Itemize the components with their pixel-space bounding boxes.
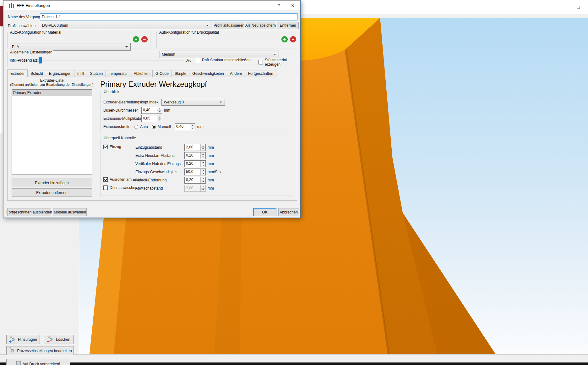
- add-process-label: Hinzufügen: [18, 337, 37, 342]
- extra-restart-distance-unit: mm: [208, 153, 214, 158]
- cancel-button[interactable]: Abbrechen: [278, 208, 299, 216]
- nozzle-diameter-spinner[interactable]: 0,40: [141, 107, 162, 114]
- extra-restart-distance-value[interactable]: 0,20: [185, 152, 200, 159]
- extrusion-width-value[interactable]: 0,40: [175, 124, 190, 130]
- status-bar: [0, 354, 588, 362]
- width-auto-radio[interactable]: [134, 125, 138, 129]
- retraction-speed-value[interactable]: 50,0: [185, 169, 200, 175]
- spinner-arrows-icon[interactable]: [190, 124, 195, 130]
- spinner-arrows-icon[interactable]: [157, 115, 162, 122]
- spinner-arrows-icon[interactable]: [200, 169, 205, 175]
- material-combobox[interactable]: PLA: [10, 43, 131, 51]
- extrusion-width-spinner[interactable]: 0,40: [175, 123, 195, 130]
- toolhead-index-combobox[interactable]: Werkzeug 0: [161, 99, 225, 106]
- infill-slider-track[interactable]: [38, 60, 182, 61]
- profile-combobox[interactable]: LW-PLA 0,8mm: [40, 22, 211, 29]
- spinner-arrows-icon[interactable]: [200, 152, 205, 159]
- close-icon[interactable]: ✕: [289, 2, 297, 9]
- retraction-distance-spinner[interactable]: 2,00: [184, 144, 206, 151]
- width-manual-radio[interactable]: [152, 125, 156, 129]
- extruder-listbox[interactable]: Primary Extruder: [12, 89, 92, 174]
- edit-process-settings-button[interactable]: ⚙⚙ Prozesseinstellungen bearbeiten: [6, 346, 74, 355]
- width-auto-label: Auto: [140, 124, 148, 129]
- tab-andere[interactable]: Andere: [227, 70, 245, 77]
- extra-restart-distance-label: Extra Neustart-Abstand: [135, 153, 182, 158]
- tab-skripte[interactable]: Skripte: [172, 70, 189, 77]
- tab-ergaenzungen[interactable]: Ergänzungen: [46, 70, 74, 77]
- toolhead-heading: Primary Extruder Werkzeugkopf: [100, 80, 207, 89]
- hide-advanced-button[interactable]: Fortgeschritten ausblenden: [7, 208, 51, 216]
- retraction-speed-label: Einzugs-Geschwindigkeit: [135, 170, 182, 174]
- tab-geschwindigkeiten[interactable]: Geschwindigkeiten: [189, 70, 227, 77]
- raft-checkbox[interactable]: [196, 58, 200, 62]
- spinner-arrows-icon[interactable]: [200, 177, 205, 183]
- retraction-distance-unit: mm: [208, 145, 214, 150]
- raft-checkbox-row: Raft-Struktur miteinschließen: [196, 58, 251, 62]
- coast-distance-unit: mm: [208, 178, 214, 182]
- ok-button[interactable]: OK: [253, 208, 276, 216]
- spinner-arrows-icon[interactable]: [200, 161, 205, 167]
- remove-material-button[interactable]: −: [141, 36, 148, 42]
- update-profile-button[interactable]: Profil aktualisieren: [214, 22, 244, 29]
- extra-restart-distance-spinner[interactable]: 0,20: [184, 152, 206, 159]
- tab-infill[interactable]: Infill: [74, 70, 87, 77]
- remove-extruder-button[interactable]: Extruder entfernen: [12, 188, 92, 197]
- add-process-button[interactable]: ⚙⚙+ Hinzufügen: [6, 335, 40, 344]
- dialog-titlebar[interactable]: FFF-Einstellungen ? ✕: [3, 0, 300, 10]
- coast-distance-value[interactable]: 0,20: [185, 177, 200, 183]
- process-name-input[interactable]: Process1-1: [40, 13, 297, 20]
- vertical-lift-spinner[interactable]: 0,20: [184, 160, 206, 167]
- wipe-label: Düse abwischen: [110, 185, 137, 190]
- spinner-arrows-icon[interactable]: [200, 144, 205, 151]
- add-extruder-button[interactable]: Extruder hinzufügen: [12, 179, 92, 187]
- tab-gcode[interactable]: G-Code: [153, 70, 172, 77]
- wipe-distance-row: Abwischabstand 2,00 mm: [135, 185, 214, 192]
- vertical-lift-label: Vertikaler Hub des Einzugs: [135, 162, 182, 166]
- wipe-checkbox[interactable]: [103, 185, 108, 190]
- nozzle-diameter-value[interactable]: 0,40: [142, 107, 157, 113]
- extrusion-multiplier-spinner[interactable]: 0,85: [141, 115, 162, 122]
- extrusion-width-row: Extrusionsbreite Auto Manuell 0,40 mm: [103, 123, 204, 130]
- add-material-button[interactable]: +: [133, 36, 139, 42]
- prepare-to-print-button[interactable]: ✓ Auf Druck vorbereiten!: [6, 359, 70, 365]
- tab-schicht[interactable]: Schicht: [28, 70, 46, 77]
- bottom-black-bar: [0, 362, 588, 365]
- tab-fortgeschritten[interactable]: Fortgeschritten: [245, 70, 276, 77]
- infill-slider-handle[interactable]: [39, 57, 42, 64]
- retraction-speed-spinner[interactable]: 50,0: [184, 169, 206, 175]
- save-as-new-button[interactable]: Als Neu speichern: [246, 22, 275, 29]
- infill-percent-label: Infill-Prozentsatz:: [10, 58, 39, 63]
- support-checkbox[interactable]: [259, 60, 263, 64]
- extrusion-multiplier-value[interactable]: 0,85: [142, 115, 157, 122]
- infill-percent-value: 0%: [186, 58, 191, 63]
- tab-stuetzen[interactable]: Stützen: [87, 70, 106, 77]
- restore-icon[interactable]: [574, 3, 583, 10]
- retraction-distance-value[interactable]: 2,00: [185, 144, 200, 151]
- raft-label: Raft-Struktur miteinschließen: [202, 58, 251, 62]
- coast-distance-spinner[interactable]: 0,20: [184, 177, 206, 184]
- remove-profile-button[interactable]: Entfernen: [277, 22, 299, 29]
- coast-checkbox[interactable]: [103, 177, 108, 182]
- retraction-distance-row: Einzugsabstand 2,00 mm: [135, 144, 214, 151]
- delete-process-button[interactable]: ⚙⚙− Löschen: [44, 335, 74, 344]
- select-models-button[interactable]: Modelle auswählen: [53, 208, 87, 216]
- spinner-arrows-icon[interactable]: [157, 107, 162, 113]
- extruder-list-title: Extruder-Liste: [8, 78, 96, 83]
- retraction-checkbox[interactable]: [103, 145, 108, 149]
- extruder-list-item-selected[interactable]: Primary Extruder: [12, 90, 92, 96]
- tab-extruder[interactable]: Extruder: [7, 69, 28, 77]
- tab-temperatur[interactable]: Temperatur: [106, 70, 131, 77]
- extrusion-width-label: Extrusionsbreite: [103, 124, 130, 129]
- profile-combobox-value: LW-PLA 0,8mm: [42, 23, 68, 28]
- process-name-value[interactable]: Process1-1: [42, 15, 61, 19]
- minimize-icon[interactable]: —: [560, 3, 570, 10]
- extrusion-multiplier-label: Extrusions-Multiplikator: [103, 116, 139, 121]
- gear-minus-icon: ⚙⚙−: [47, 336, 54, 343]
- help-icon[interactable]: ?: [275, 2, 283, 9]
- document-check-icon: ✓: [16, 361, 21, 365]
- vertical-lift-value[interactable]: 0,20: [185, 161, 200, 167]
- remove-quality-button[interactable]: −: [290, 36, 296, 42]
- wipe-distance-value: 2,00: [185, 185, 200, 191]
- tab-abkuehlen[interactable]: Abkühlen: [131, 70, 153, 77]
- add-quality-button[interactable]: +: [281, 36, 288, 42]
